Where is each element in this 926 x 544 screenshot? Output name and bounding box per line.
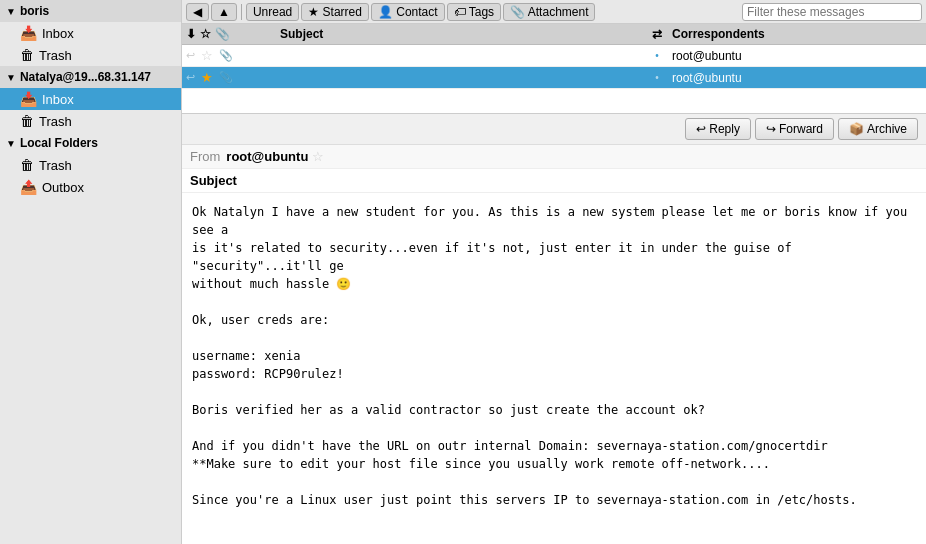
from-address: root@ubuntu [226, 149, 308, 164]
unread-filter-button[interactable]: Unread [246, 3, 299, 21]
star-icon[interactable]: ★ [201, 70, 213, 85]
back-button[interactable]: ◀ [186, 3, 209, 21]
account-local-folders[interactable]: ▼ Local Folders [0, 132, 181, 154]
expand-icon: ▼ [6, 6, 16, 17]
sidebar-item-local-outbox[interactable]: 📤 Outbox [0, 176, 181, 198]
sidebar-item-label: Trash [39, 158, 72, 173]
expand-icon: ▼ [6, 72, 16, 83]
sidebar-item-local-trash[interactable]: 🗑 Trash [0, 154, 181, 176]
outbox-icon: 📤 [20, 179, 37, 195]
flag-cell: ↩ ☆ 📎 [186, 48, 276, 63]
reply-icon: ↩ [696, 122, 706, 136]
subject-column-header[interactable]: Subject [276, 27, 642, 41]
message-from-bar: From root@ubuntu ☆ [182, 145, 926, 169]
reply-label: Reply [709, 122, 740, 136]
flags-column-header: ⬇ ☆ 📎 [186, 27, 276, 41]
toolbar: ◀ ▲ Unread ★ Starred 👤 Contact 🏷 Tags 📎 … [182, 0, 926, 24]
sidebar-item-boris-trash[interactable]: 🗑 Trash [0, 44, 181, 66]
replied-icon: ↩ [186, 49, 195, 62]
sidebar-item-label: Trash [39, 114, 72, 129]
sidebar-item-label: Inbox [42, 92, 74, 107]
tags-filter-button[interactable]: 🏷 Tags [447, 3, 501, 21]
from-star-icon[interactable]: ☆ [312, 149, 324, 164]
archive-label: Archive [867, 122, 907, 136]
from-label: From [190, 149, 220, 164]
correspondents-column-header[interactable]: Correspondents [672, 27, 922, 41]
dot-column-header: ⇄ [642, 27, 672, 41]
sidebar-item-boris-inbox[interactable]: 📥 Inbox [0, 22, 181, 44]
up-button[interactable]: ▲ [211, 3, 237, 21]
sidebar-item-label: Inbox [42, 26, 74, 41]
reply-button[interactable]: ↩ Reply [685, 118, 751, 140]
account-name: Natalya@19...68.31.147 [20, 70, 151, 84]
main-panel: ◀ ▲ Unread ★ Starred 👤 Contact 🏷 Tags 📎 … [182, 0, 926, 544]
trash-icon: 🗑 [20, 47, 34, 63]
correspondent-cell: root@ubuntu [672, 71, 922, 85]
sidebar: ▼ boris 📥 Inbox 🗑 Trash ▼ Natalya@19...6… [0, 0, 182, 544]
filter-input[interactable] [742, 3, 922, 21]
message-subject: Subject [182, 169, 926, 193]
sidebar-item-natalya-trash[interactable]: 🗑 Trash [0, 110, 181, 132]
inbox-icon: 📥 [20, 25, 37, 41]
attachment-filter-button[interactable]: 📎 Attachment [503, 3, 595, 21]
archive-button[interactable]: 📦 Archive [838, 118, 918, 140]
inbox-icon: 📥 [20, 91, 37, 107]
dot-cell: • [642, 72, 672, 83]
correspondent-cell: root@ubuntu [672, 49, 922, 63]
star-icon[interactable]: ☆ [201, 48, 213, 63]
account-boris[interactable]: ▼ boris [0, 0, 181, 22]
sidebar-item-label: Trash [39, 48, 72, 63]
message-list: ⬇ ☆ 📎 Subject ⇄ Correspondents ↩ ☆ 📎 • r… [182, 24, 926, 114]
attachment-icon: 📎 [219, 71, 233, 84]
contact-filter-button[interactable]: 👤 Contact [371, 3, 445, 21]
expand-icon: ▼ [6, 138, 16, 149]
sidebar-item-natalya-inbox[interactable]: 📥 Inbox [0, 88, 181, 110]
message-body: Ok Natalyn I have a new student for you.… [182, 193, 926, 544]
forward-label: Forward [779, 122, 823, 136]
account-name: Local Folders [20, 136, 98, 150]
forward-icon: ↪ [766, 122, 776, 136]
forward-button[interactable]: ↪ Forward [755, 118, 834, 140]
message-list-header: ⬇ ☆ 📎 Subject ⇄ Correspondents [182, 24, 926, 45]
starred-filter-button[interactable]: ★ Starred [301, 3, 369, 21]
table-row[interactable]: ↩ ★ 📎 • root@ubuntu [182, 67, 926, 89]
message-actions-bar: ↩ Reply ↪ Forward 📦 Archive [182, 114, 926, 145]
account-name: boris [20, 4, 49, 18]
replied-icon: ↩ [186, 71, 195, 84]
account-natalya[interactable]: ▼ Natalya@19...68.31.147 [0, 66, 181, 88]
sidebar-item-label: Outbox [42, 180, 84, 195]
trash-icon: 🗑 [20, 157, 34, 173]
attachment-icon: 📎 [219, 49, 233, 62]
separator [241, 4, 242, 20]
dot-cell: • [642, 50, 672, 61]
table-row[interactable]: ↩ ☆ 📎 • root@ubuntu [182, 45, 926, 67]
trash-icon: 🗑 [20, 113, 34, 129]
archive-icon: 📦 [849, 122, 864, 136]
flag-cell: ↩ ★ 📎 [186, 70, 276, 85]
message-view: ↩ Reply ↪ Forward 📦 Archive From root@ub… [182, 114, 926, 544]
